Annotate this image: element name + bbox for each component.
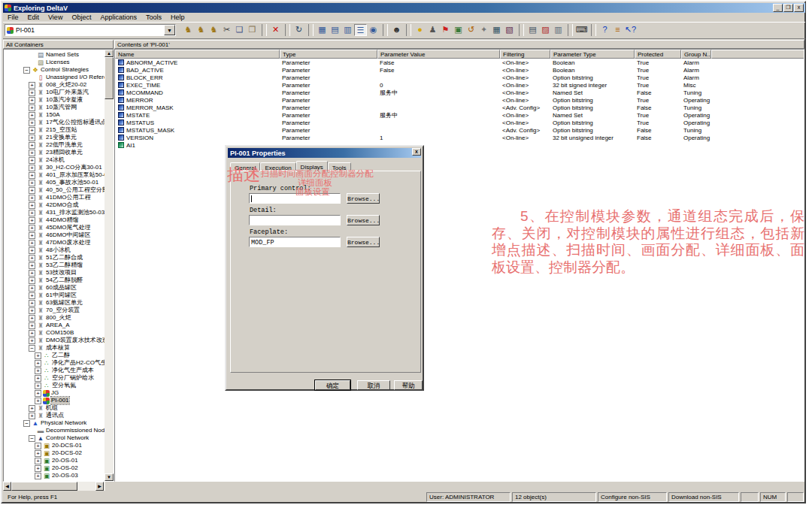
person-icon[interactable]: ♟ (426, 24, 439, 36)
tree-item-净化产品H2-CO气生产[interactable]: +∴净化产品H2-CO气生产 (4, 359, 105, 367)
tree-item-净化气生产成本[interactable]: +∴净化气生产成本 (4, 367, 105, 374)
tree-expander[interactable]: + (29, 142, 35, 149)
tree-vertical-scrollbar[interactable]: ▲ ▼ (105, 50, 114, 481)
detail-input[interactable] (249, 215, 341, 225)
column-header-filtering[interactable]: Filtering (500, 50, 550, 59)
tree-item-44DMO精馏[interactable]: +♜44DMO精馏 (4, 216, 105, 224)
tree-expander[interactable]: + (29, 337, 35, 344)
tree-item-乙二醇[interactable]: +∴乙二醇 (4, 352, 105, 359)
tree-expander[interactable]: + (35, 398, 41, 404)
books-icon[interactable]: ≡ (611, 24, 624, 36)
tree-expander[interactable]: + (29, 210, 35, 216)
tree-item-63氨罐区单元[interactable]: +♜63氨罐区单元 (4, 299, 105, 307)
tree-item-Decommissioned Nodes[interactable]: ▬Decommissioned Nodes (4, 427, 105, 434)
tree-expander[interactable]: + (29, 187, 35, 194)
table-row[interactable]: MSTATUS_MASKParameter<Adv. Config>Option… (115, 127, 804, 135)
tree-item-20-OS-03[interactable]: +▣20-OS-03 (4, 472, 105, 479)
detail-browse-button[interactable]: Browse... (347, 215, 380, 225)
close-button[interactable]: x (794, 4, 804, 12)
tree-expander[interactable]: + (29, 195, 35, 201)
history-icon[interactable]: ↺ (465, 24, 477, 36)
column-header-parameter-value[interactable]: Parameter Value (377, 50, 500, 59)
chart-icon-2[interactable]: ▨ (539, 24, 552, 36)
tree-expander[interactable]: + (29, 262, 35, 269)
tree-expander[interactable]: + (29, 255, 35, 262)
tree-item-008_火炬20-02[interactable]: +♜008_火炬20-02 (4, 81, 105, 89)
tree-expander[interactable]: + (29, 307, 35, 314)
menu-applications[interactable]: Applications (95, 14, 141, 21)
tree-expander[interactable]: + (29, 135, 35, 141)
menu-edit[interactable]: Edit (23, 14, 44, 21)
gold-figure-icon-2[interactable]: ♞ (195, 24, 208, 36)
tree-expander[interactable]: + (29, 300, 35, 307)
tree-item-47DMO废水处理[interactable]: +♜47DMO废水处理 (4, 239, 105, 246)
menu-help[interactable]: Help (166, 14, 189, 21)
scroll-down-arrow[interactable]: ▼ (105, 473, 114, 481)
tree-expander[interactable]: + (29, 127, 35, 134)
tree-item-22低甲洗单元[interactable]: +♜22低甲洗单元 (4, 141, 105, 149)
table-row[interactable]: AI1 (115, 142, 804, 150)
tree-item-70_空分装置[interactable]: +♜70_空分装置 (4, 307, 105, 314)
tree-item-42DMO合成[interactable]: +♜42DMO合成 (4, 201, 105, 209)
tree-item-JG[interactable]: +JG (4, 389, 105, 397)
tree-item-431_排水监测池50-03[interactable]: +♜431_排水监测池50-03 (4, 209, 105, 216)
tree-item-215_空压站[interactable]: +♜215_空压站 (4, 126, 105, 134)
tree-item-COM150B[interactable]: +♜COM150B (4, 329, 105, 337)
red-flag-icon[interactable]: ⚑ (439, 24, 452, 36)
menu-file[interactable]: File (3, 14, 23, 21)
tree-item-53技改项目[interactable]: +♜53技改项目 (4, 269, 105, 277)
help-icon[interactable]: ? (598, 24, 611, 36)
tree-expander[interactable]: + (35, 367, 41, 374)
tree-expander[interactable]: + (29, 225, 35, 231)
tree-item-54乙二醇脱醛[interactable]: +♜54乙二醇脱醛 (4, 277, 105, 284)
column-header-group-n-[interactable]: Group N... (681, 50, 711, 59)
tree-item-41DMO公用工程[interactable]: +♜41DMO公用工程 (4, 194, 105, 201)
tree-expander[interactable]: + (29, 247, 35, 254)
copy-icon[interactable]: ❏ (233, 24, 246, 36)
tree-expander[interactable]: + (29, 405, 35, 412)
restore-button[interactable]: ❐ (783, 4, 793, 12)
zoom-view-icon[interactable]: ◉ (367, 24, 380, 36)
table-row[interactable]: ABNORM_ACTIVEParameterFalse<On-line>Bool… (115, 59, 804, 67)
tree-expander[interactable]: + (29, 232, 35, 239)
chart-icon-1[interactable]: ▤ (526, 24, 539, 36)
tree-item-51乙二醇合成[interactable]: +♜51乙二醇合成 (4, 254, 105, 262)
table-row[interactable]: BLOCK_ERRParameter<On-line>Option bitstr… (115, 74, 804, 82)
table-row[interactable]: MERROR_MASKParameter<Adv. Config>Option … (115, 104, 804, 112)
scroll-right-arrow[interactable]: ▶ (95, 482, 104, 491)
tree-expander[interactable]: + (29, 217, 35, 224)
tree-expander[interactable]: + (29, 322, 35, 329)
tree-item-DMO装置废水技术改造[interactable]: +♜DMO装置废水技术改造 (4, 337, 105, 344)
tree-expander[interactable]: + (29, 315, 35, 322)
tree-item-23精回收单元[interactable]: +♜23精回收单元 (4, 149, 105, 156)
dialog-title-bar[interactable]: PI-001 Properties (228, 148, 421, 158)
tree-item-61中间罐区[interactable]: +♜61中间罐区 (4, 292, 105, 299)
picture-icon[interactable]: ▣ (452, 24, 465, 36)
tree-item-21变换单元[interactable]: +♜21变换单元 (4, 134, 105, 141)
tree-expander[interactable]: + (35, 390, 41, 397)
tree-expander[interactable]: + (29, 119, 35, 126)
tree-expander[interactable]: + (29, 89, 35, 96)
tree-expander[interactable]: + (29, 97, 35, 104)
tree-item-20-OS-01[interactable]: +▣20-OS-01 (4, 457, 105, 464)
tree-item-46DMO中间罐区[interactable]: +♜46DMO中间罐区 (4, 231, 105, 239)
cancel-button[interactable]: 取消 (357, 380, 390, 390)
tree-horizontal-scrollbar[interactable]: ◀ ▶ (3, 482, 105, 491)
tree-expander[interactable]: + (29, 165, 35, 171)
tree-item-10蒸汽管网[interactable]: +♜10蒸汽管网 (4, 104, 105, 111)
tree-expander[interactable]: + (29, 104, 35, 111)
tree-item-24冰机[interactable]: +♜24冰机 (4, 156, 105, 164)
menu-tools[interactable]: Tools (141, 14, 166, 21)
dialog-close-icon[interactable]: x (412, 148, 421, 156)
ok-button[interactable]: 确定 (315, 380, 350, 390)
tree-expander[interactable]: − (23, 67, 30, 74)
tree-expander[interactable]: + (35, 465, 41, 472)
tree-expander[interactable]: − (29, 435, 35, 442)
table-row[interactable]: MERRORParameter<On-line>Option bitstring… (115, 97, 804, 104)
grid-icon-1[interactable]: ▦ (490, 24, 503, 36)
module-selector[interactable]: PI-001 ▼ (5, 24, 176, 36)
tree-item-30_H2-CO分离30-01[interactable]: +♜30_H2-CO分离30-01 (4, 164, 105, 171)
column-header-protected[interactable]: Protected (635, 50, 681, 59)
tree-item-Physical Network[interactable]: −▲Physical Network (4, 419, 105, 427)
tree-item-Unassigned I/O References[interactable]: ▯Unassigned I/O References (4, 74, 105, 81)
